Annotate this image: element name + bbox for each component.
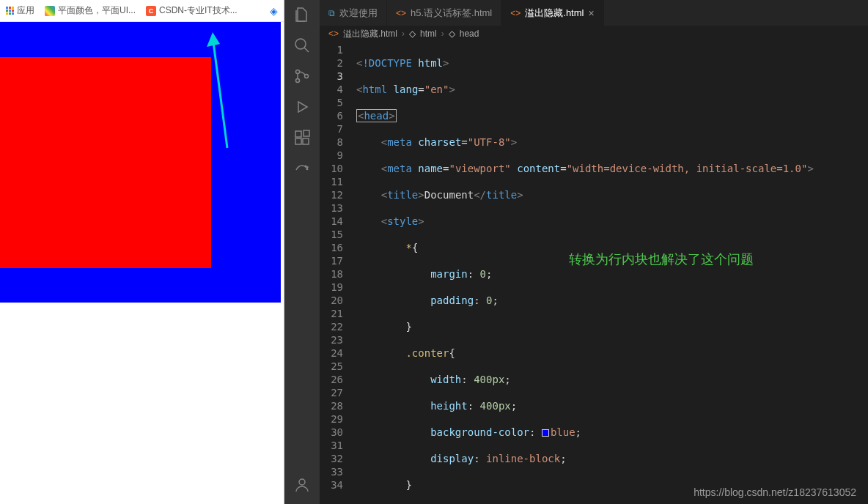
breadcrumb-file: 溢出隐藏.html — [343, 28, 397, 40]
svg-rect-9 — [295, 138, 301, 144]
html-icon: <> — [396, 8, 406, 18]
explorer-icon[interactable] — [293, 6, 311, 23]
bookmarks-more-icon[interactable]: ◈ — [270, 5, 278, 17]
tab-welcome[interactable]: ⧉ 欢迎使用 — [320, 0, 387, 26]
vscode-panel: ⧉ 欢迎使用 <> h5.语义话标签.html <> 溢出隐藏.html × <… — [284, 0, 868, 504]
csdn-icon: C — [146, 6, 156, 16]
tab-file-1[interactable]: <> h5.语义话标签.html — [387, 0, 501, 26]
palette-icon — [45, 6, 55, 16]
svg-rect-10 — [303, 138, 309, 144]
svg-point-12 — [299, 479, 305, 485]
html-icon: <> — [510, 8, 521, 18]
code-content[interactable]: <!DOCTYPE html> <html lang="en"> <head> … — [356, 42, 868, 504]
svg-line-0 — [213, 37, 227, 148]
svg-point-2 — [295, 39, 306, 49]
extensions-icon[interactable] — [293, 129, 311, 147]
svg-point-5 — [296, 79, 300, 83]
search-icon[interactable] — [293, 37, 311, 54]
svg-marker-7 — [298, 102, 307, 112]
share-icon[interactable] — [293, 160, 311, 177]
source-control-icon[interactable] — [293, 67, 311, 85]
bookmark-label: CSDN-专业IT技术... — [159, 4, 238, 17]
close-icon[interactable]: × — [588, 7, 594, 19]
svg-rect-11 — [304, 130, 309, 136]
apps-label: 应用 — [17, 4, 34, 17]
svg-point-6 — [305, 75, 309, 78]
line-gutter: 1234567891011121314151617181920212223242… — [320, 42, 356, 504]
breadcrumb-part: head — [460, 29, 479, 39]
breadcrumb-part: html — [420, 29, 437, 39]
bookmark-item-1[interactable]: 平面颜色，平面UI... — [45, 4, 136, 17]
account-icon[interactable] — [293, 476, 311, 494]
annotation-text: 转换为行内块也解决了这个问题 — [569, 253, 754, 266]
editor-tabs: ⧉ 欢迎使用 <> h5.语义话标签.html <> 溢出隐藏.html × — [320, 0, 868, 26]
tag-icon: ◇ — [449, 29, 455, 39]
bookmark-item-2[interactable]: C CSDN-专业IT技术... — [146, 4, 238, 17]
chevron-right-icon: › — [402, 29, 405, 39]
bookmark-label: 平面颜色，平面UI... — [58, 4, 136, 17]
breadcrumb[interactable]: <> 溢出隐藏.html › ◇ html › ◇ head — [320, 26, 868, 42]
svg-line-3 — [304, 48, 309, 52]
son-box — [0, 57, 211, 268]
html-icon: <> — [328, 29, 339, 39]
annotation-arrow — [191, 31, 242, 155]
code-editor[interactable]: 1234567891011121314151617181920212223242… — [320, 42, 868, 504]
browser-panel: 应用 平面颜色，平面UI... C CSDN-专业IT技术... ◈ — [0, 0, 284, 504]
vscode-icon: ⧉ — [328, 8, 335, 18]
color-swatch-blue — [542, 429, 549, 437]
activity-bar — [284, 0, 320, 504]
tab-label: 溢出隐藏.html — [525, 7, 584, 20]
tab-label: h5.语义话标签.html — [411, 7, 492, 20]
svg-marker-1 — [207, 32, 220, 47]
svg-rect-8 — [295, 131, 301, 137]
apps-icon — [6, 7, 14, 15]
page-preview — [0, 22, 284, 305]
tag-icon: ◇ — [409, 29, 416, 39]
debug-icon[interactable] — [293, 98, 311, 116]
watermark: https://blog.csdn.net/z18237613052 — [694, 486, 856, 498]
apps-button[interactable]: 应用 — [6, 4, 34, 17]
tab-file-2[interactable]: <> 溢出隐藏.html × — [501, 0, 603, 26]
svg-point-4 — [296, 70, 300, 74]
tab-label: 欢迎使用 — [339, 7, 378, 20]
bookmarks-bar: 应用 平面颜色，平面UI... C CSDN-专业IT技术... ◈ — [0, 0, 284, 22]
chevron-right-icon: › — [441, 29, 444, 39]
